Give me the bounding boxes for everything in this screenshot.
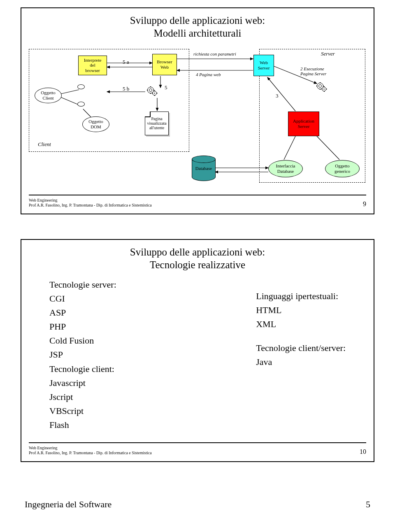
slide2-body: Tecnologie server: CGI ASP PHP Cold Fusi… [29,278,366,438]
app-server-box: Application Server [288,112,319,136]
richiesta-label: richiesta con parametri [193,51,236,56]
interprete-sm-ellipse-1 [77,84,85,89]
client-item: Flash [49,418,116,432]
client-label: Client [38,141,51,148]
left-column: Tecnologie server: CGI ASP PHP Cold Fusi… [49,278,116,434]
title-line-1: Sviluppo delle applicazioni web: [130,15,265,26]
database-label: Database [195,166,212,171]
slide-2: Sviluppo delle applicazioni web: Tecnolo… [21,239,374,462]
oggetto-generico-ellipse: Oggetto generico [325,160,360,177]
lang-item: HTML [256,303,346,317]
label-5: 5 [165,84,167,91]
client-item: VBScript [49,404,116,418]
footer-text-1: Web Engineering [29,446,152,451]
cs-heading: Tecnologie client/server: [256,341,346,355]
server-item: Cold Fusion [49,334,116,348]
lang-item: XML [256,317,346,331]
exec-label: 2 Esecuzione Pagina Server [300,66,326,76]
slide1-title: Sviluppo delle applicazioni web: Modelli… [29,14,366,40]
footer-text-2: Prof A.R. Fasolino, Ing. P. Tramontana -… [29,451,152,455]
server-item: ASP [49,306,116,320]
pagina-web-label: 4 Pagina web [196,72,221,77]
interfaccia-db-ellipse: Interfaccia Database [268,160,303,177]
pagina-visualizzata-label: Pagina visualizzata all'utente [147,116,166,130]
client-item: Javascript [49,376,116,390]
page-footer-left: Ingegneria del Software [25,499,112,510]
client-tech-heading: Tecnologie client: [49,362,116,376]
server-label: Server [321,51,335,57]
title-line-1: Sviluppo delle applicazioni web: [130,246,265,258]
page-footer: Ingegneria del Software 5 [12,487,383,510]
browser-web-box: Browser Web [152,54,177,75]
server-item: CGI [49,292,116,306]
slide-1: Sviluppo delle applicazioni web: Modelli… [21,7,374,214]
label-5a: 5 a [123,59,129,65]
slide2-footer: Web Engineering Prof A.R. Fasolino, Ing.… [29,446,366,455]
slide2-divider [29,442,366,443]
interprete-sm-ellipse-2 [77,102,85,107]
client-item: Jscript [49,390,116,404]
web-server-box: Web Server [253,55,274,76]
interprete-browser-box: Interprete del browser [78,56,107,75]
oggetto-dom-ellipse: Oggetto DOM [82,116,109,132]
gears-icon-right [317,83,328,92]
gears-icon-left [147,87,159,96]
server-item: PHP [49,320,116,334]
label-5b: 5 b [123,86,129,92]
right-column: Linguaggi ipertestuali: HTML XML Tecnolo… [256,278,346,434]
footer-text-1: Web Engineering [29,198,152,203]
page-footer-right: 5 [366,499,370,510]
slide1-divider [29,195,366,195]
slide2-title: Sviluppo delle applicazioni web: Tecnolo… [29,246,366,272]
database-icon: Database [192,156,216,181]
footer-text-2: Prof A.R. Fasolino, Ing. P. Tramontana -… [29,203,152,208]
slide1-page-number: 9 [363,200,366,208]
langs-heading: Linguaggi ipertestuali: [256,289,346,303]
title-line-2: Tecnologie realizzative [150,259,245,270]
pagina-visualizzata-doc: Pagina visualizzata all'utente [145,112,169,135]
server-tech-heading: Tecnologie server: [49,278,116,292]
label-3: 3 [276,93,279,99]
oggetto-client-ellipse: Oggetto Client [35,88,62,103]
architecture-diagram: Interprete del browser Browser Web Web S… [29,46,366,190]
slide1-footer: Web Engineering Prof A.R. Fasolino, Ing.… [29,198,366,208]
cs-item: Java [256,355,346,369]
server-item: JSP [49,348,116,362]
title-line-2: Modelli architetturali [153,28,241,39]
slide2-page-number: 10 [360,448,366,455]
